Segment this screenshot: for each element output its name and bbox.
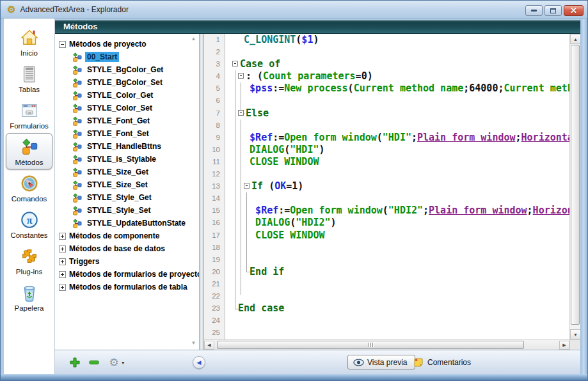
- code-line[interactable]: [226, 95, 569, 107]
- fold-collapse-icon[interactable]: [244, 183, 250, 189]
- code-line[interactable]: End if: [226, 266, 569, 278]
- scroll-right-icon[interactable]: ▶: [559, 341, 569, 350]
- tree-item[interactable]: 00_Start: [55, 51, 199, 63]
- tree-scrollbar[interactable]: ▲ ▼: [189, 35, 198, 347]
- tree-group[interactable]: Métodos de formularios de proyecto: [55, 268, 199, 281]
- line-number: 19: [204, 254, 225, 266]
- collapse-panel-button[interactable]: ◀: [193, 356, 205, 369]
- scroll-up-icon[interactable]: ▲: [189, 35, 198, 43]
- tree-item[interactable]: STYLE_is_Stylable: [55, 153, 199, 166]
- code-line[interactable]: [226, 254, 569, 266]
- tree-item-label: 00_Start: [85, 52, 119, 62]
- sidebar-item-metodos[interactable]: Métodos: [6, 133, 52, 169]
- code-line[interactable]: End case: [226, 302, 569, 315]
- tree-item[interactable]: STYLE_UpdateButtonState: [55, 217, 199, 229]
- code-line[interactable]: [226, 168, 569, 180]
- tree-item[interactable]: STYLE_Size_Set: [55, 178, 199, 191]
- add-method-button[interactable]: [69, 357, 81, 368]
- tree-group[interactable]: Métodos de componente: [55, 229, 199, 242]
- code-line[interactable]: $pss:=New process(Current method name;64…: [226, 82, 569, 95]
- scroll-down-icon[interactable]: ▼: [189, 339, 198, 347]
- code-line[interactable]: [226, 327, 569, 339]
- minimize-button[interactable]: [525, 5, 543, 16]
- expand-icon[interactable]: [59, 271, 66, 278]
- code-line[interactable]: CLOSE WINDOW: [226, 229, 569, 242]
- options-menu-button[interactable]: ⚙ ▼: [107, 357, 127, 368]
- code-line[interactable]: [226, 290, 569, 302]
- expand-icon[interactable]: [59, 245, 66, 253]
- panel-splitter[interactable]: [199, 34, 204, 350]
- tree-group[interactable]: Triggers: [55, 255, 199, 268]
- expand-icon[interactable]: [59, 233, 66, 240]
- tree-item[interactable]: STYLE_Style_Set: [55, 204, 199, 217]
- line-number: 3: [204, 58, 225, 70]
- editor-horizontal-scrollbar[interactable]: ◀ ▶: [204, 339, 569, 350]
- code-line[interactable]: [226, 242, 569, 254]
- tree-item[interactable]: STYLE_Color_Set: [55, 102, 199, 114]
- tree-item[interactable]: STYLE_BgColor_Set: [55, 76, 199, 89]
- tree-item[interactable]: STYLE_Style_Get: [55, 191, 199, 204]
- fold-collapse-icon[interactable]: [232, 61, 238, 66]
- code-line[interactable]: DIALOG("HDI2"): [226, 217, 569, 229]
- expand-icon[interactable]: [59, 284, 66, 291]
- fold-collapse-icon[interactable]: [238, 110, 244, 116]
- titlebar[interactable]: ⚙ AdvancedTextArea - Explorador ✕: [1, 1, 588, 19]
- code-line[interactable]: : (Count parameters=0): [226, 70, 569, 82]
- scroll-up-icon[interactable]: ▲: [570, 34, 581, 44]
- sidebar-item-inicio[interactable]: Inicio: [6, 24, 52, 60]
- sidebar-item-tablas[interactable]: Tablas: [6, 60, 52, 97]
- tree-item[interactable]: STYLE_BgColor_Get: [55, 63, 199, 76]
- code-line[interactable]: $Ref:=Open form window("HDI";Plain form …: [226, 132, 569, 144]
- line-number: 22: [204, 290, 225, 302]
- code-line[interactable]: $Ref:=Open form window("HDI2";Plain form…: [226, 205, 569, 217]
- preview-button[interactable]: Vista previa: [347, 355, 415, 369]
- close-button[interactable]: ✕: [564, 5, 584, 16]
- code-line[interactable]: [226, 46, 569, 58]
- sidebar-item-plugins[interactable]: Plug-ins: [6, 242, 52, 279]
- line-number: 16: [204, 217, 225, 229]
- tree-item[interactable]: STYLE_HandleBttns: [55, 140, 199, 153]
- code-line[interactable]: Case of: [226, 58, 569, 70]
- code-line[interactable]: [226, 192, 569, 205]
- code-line[interactable]: DIALOG("HDI"): [226, 144, 569, 156]
- line-number: 24: [204, 315, 225, 327]
- collapse-icon[interactable]: [59, 41, 66, 48]
- tree-group-label: Triggers: [69, 257, 99, 266]
- line-number: 15: [204, 205, 225, 217]
- tree-item[interactable]: STYLE_Size_Get: [55, 166, 199, 178]
- code-area[interactable]: C_LONGINT($1)Case of: (Count parameters=…: [226, 34, 569, 339]
- code-line[interactable]: Else: [226, 107, 569, 120]
- tree-group[interactable]: Métodos de proyecto: [55, 38, 199, 51]
- maximize-button[interactable]: [544, 5, 562, 16]
- tree-group[interactable]: Métodos de formularios de tabla: [55, 281, 199, 293]
- expand-icon[interactable]: [59, 258, 66, 265]
- code-line[interactable]: [226, 120, 569, 132]
- horizontal-scroll-thumb[interactable]: [217, 341, 524, 349]
- scroll-left-icon[interactable]: ◀: [204, 341, 214, 350]
- window-right-border: [580, 19, 588, 374]
- tree-item[interactable]: STYLE_Font_Set: [55, 127, 199, 140]
- sidebar-item-comandos[interactable]: Comandos: [6, 169, 52, 206]
- method-small-icon: [72, 129, 82, 139]
- tree-group-label: Métodos de formularios de proyecto: [69, 270, 199, 279]
- line-number: 23: [204, 302, 225, 315]
- code-line[interactable]: [226, 278, 569, 290]
- code-line[interactable]: [226, 315, 569, 327]
- tree-item[interactable]: STYLE_Color_Get: [55, 89, 199, 102]
- comments-button[interactable]: Comentarios: [413, 355, 471, 369]
- vertical-scroll-thumb[interactable]: [571, 45, 580, 325]
- fold-collapse-icon[interactable]: [238, 73, 244, 79]
- plus-icon: [69, 357, 81, 368]
- sidebar-item-papelera[interactable]: Papelera: [6, 279, 52, 315]
- code-line[interactable]: If (OK=1): [226, 180, 569, 192]
- code-line[interactable]: CLOSE WINDOW: [226, 156, 569, 168]
- tree-item-label: STYLE_HandleBttns: [85, 141, 163, 152]
- sidebar-item-formularios[interactable]: OKFormularios: [6, 97, 52, 133]
- editor-vertical-scrollbar[interactable]: ▲ ▼: [569, 34, 580, 339]
- code-line[interactable]: C_LONGINT($1): [226, 34, 569, 46]
- remove-method-button[interactable]: [88, 357, 100, 368]
- scroll-down-icon[interactable]: ▼: [570, 329, 581, 339]
- sidebar-item-constantes[interactable]: πConstantes: [6, 206, 52, 242]
- tree-item[interactable]: STYLE_Font_Get: [55, 114, 199, 127]
- tree-group[interactable]: Métodos de base de datos: [55, 242, 199, 255]
